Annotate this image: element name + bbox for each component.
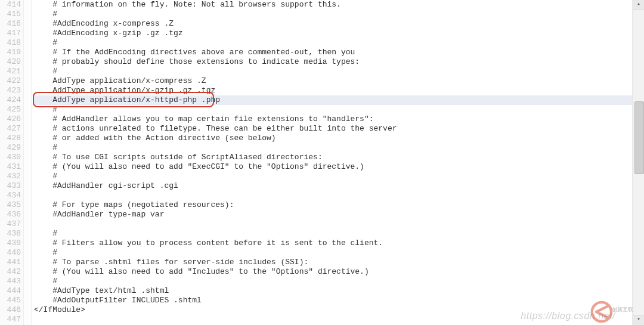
line-number: 434 (0, 191, 21, 200)
code-line[interactable]: # (33, 172, 632, 181)
scroll-thumb[interactable] (634, 101, 644, 174)
line-number: 421 (0, 67, 21, 76)
scroll-up-button[interactable]: ▴ (633, 0, 644, 10)
line-number: 446 (0, 305, 21, 315)
line-number: 422 (0, 76, 21, 86)
code-line[interactable]: #AddType text/html .shtml (33, 286, 632, 296)
line-number: 416 (0, 19, 21, 29)
line-number: 423 (0, 86, 21, 95)
code-line[interactable]: AddType application/x-compress .Z (33, 76, 632, 86)
line-number: 424 (0, 95, 21, 105)
code-line[interactable]: # (33, 105, 632, 114)
line-number: 447 (0, 315, 21, 324)
code-line[interactable]: #AddHandler cgi-script .cgi (33, 181, 632, 191)
code-line[interactable]: # To use CGI scripts outside of ScriptAl… (33, 153, 632, 162)
line-number: 426 (0, 114, 21, 124)
line-number: 441 (0, 258, 21, 267)
code-line[interactable]: # (33, 248, 632, 258)
code-line[interactable]: # (You will also need to add "ExecCGI" t… (33, 162, 632, 172)
code-line[interactable]: # (33, 67, 632, 76)
line-number: 417 (0, 29, 21, 38)
code-line[interactable]: # (33, 10, 632, 19)
line-number: 420 (0, 57, 21, 67)
line-number: 433 (0, 181, 21, 191)
line-number: 437 (0, 219, 21, 229)
line-number: 432 (0, 172, 21, 181)
code-line[interactable] (33, 191, 632, 200)
line-number: 428 (0, 134, 21, 143)
code-line[interactable] (33, 219, 632, 229)
code-line[interactable]: # If the AddEncoding directives above ar… (33, 48, 632, 57)
code-line[interactable]: # AddHandler allows you to map certain f… (33, 114, 632, 124)
vertical-scrollbar[interactable]: ▴ ▾ (633, 0, 644, 325)
line-number: 436 (0, 210, 21, 219)
line-number: 440 (0, 248, 21, 258)
code-line[interactable]: # Filters allow you to process content b… (33, 239, 632, 248)
line-number: 442 (0, 267, 21, 277)
code-line[interactable]: # (33, 143, 632, 153)
line-number: 430 (0, 153, 21, 162)
code-line[interactable]: # (33, 277, 632, 286)
code-line[interactable]: AddType application/x-gzip .gz .tgz (33, 86, 632, 95)
line-number: 439 (0, 239, 21, 248)
code-line[interactable]: #AddEncoding x-compress .Z (33, 19, 632, 29)
code-line[interactable]: #AddEncoding x-gzip .gz .tgz (33, 29, 632, 38)
code-line[interactable]: # For type maps (negotiated resources): (33, 200, 632, 210)
code-area[interactable]: https://blog.csdn.net/ 创新互联 # informatio… (32, 0, 632, 325)
line-number: 414 (0, 0, 21, 10)
scroll-down-button[interactable]: ▾ (633, 315, 644, 325)
code-line[interactable]: # (33, 38, 632, 48)
line-number: 435 (0, 200, 21, 210)
code-line[interactable]: # information on the fly. Note: Not all … (33, 0, 632, 10)
code-line[interactable]: # (You will also need to add "Includes" … (33, 267, 632, 277)
fold-column (24, 0, 32, 325)
line-number: 445 (0, 296, 21, 305)
code-line[interactable]: </IfModule> (33, 305, 632, 315)
line-number: 444 (0, 286, 21, 296)
line-number: 438 (0, 229, 21, 239)
line-number: 419 (0, 48, 21, 57)
code-line[interactable]: # (33, 229, 632, 239)
line-number: 429 (0, 143, 21, 153)
code-line[interactable]: # probably should define those extension… (33, 57, 632, 67)
line-number: 415 (0, 10, 21, 19)
line-number: 425 (0, 105, 21, 114)
code-line[interactable]: # or added with the Action directive (se… (33, 134, 632, 143)
code-line[interactable]: #AddHandler type-map var (33, 210, 632, 219)
code-line[interactable]: # To parse .shtml files for server-side … (33, 258, 632, 267)
line-number: 431 (0, 162, 21, 172)
code-editor[interactable]: 4144154164174184194204214224234244254264… (0, 0, 633, 325)
code-line[interactable]: #AddOutputFilter INCLUDES .shtml (33, 296, 632, 305)
code-line[interactable]: # actions unrelated to filetype. These c… (33, 124, 632, 134)
line-number: 427 (0, 124, 21, 134)
code-line[interactable]: AddType application/x-httpd-php .php (33, 95, 632, 105)
line-number-gutter: 4144154164174184194204214224234244254264… (0, 0, 24, 325)
line-number: 418 (0, 38, 21, 48)
code-line[interactable] (33, 315, 632, 324)
line-number: 443 (0, 277, 21, 286)
